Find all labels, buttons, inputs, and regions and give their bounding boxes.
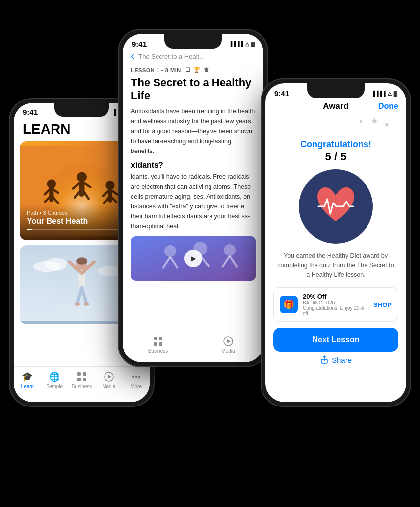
tab-learn[interactable]: 🎓 Learn — [14, 371, 41, 389]
svg-rect-55 — [159, 342, 162, 346]
award-description: You earned the Healthy Diet award by com… — [265, 252, 406, 279]
tab-bar-left: 🎓 Learn 🌐 Sample Business — [14, 366, 150, 402]
more-tab-label: More — [130, 384, 142, 389]
back-button[interactable]: ‹ — [131, 50, 134, 63]
svg-point-14 — [105, 181, 114, 190]
status-icons-center: ▐▐▐▐ △ ▓ — [229, 41, 255, 47]
nav-title: The Secret to a Healt... — [138, 53, 256, 60]
status-icons-right: ▐▐▐▐ △ ▓ — [371, 91, 397, 96]
svg-rect-53 — [159, 337, 162, 340]
svg-point-45 — [224, 244, 236, 256]
media-tab-icon — [103, 371, 115, 383]
wifi-icon-r: △ — [388, 91, 392, 96]
star-1: ★ — [370, 115, 378, 126]
tab-business-center[interactable]: Business — [123, 335, 193, 354]
award-nav: Award Done — [265, 100, 406, 115]
signal-icon-r: ▐▐▐▐ — [371, 91, 385, 96]
business-tab-icon — [76, 371, 88, 383]
star-3: ★ — [358, 118, 364, 125]
promo-box[interactable]: 🎁 20% Off BALANCED20: Congratulations! E… — [273, 287, 398, 322]
article-section-title: xidants? — [131, 161, 256, 170]
media-icon-c — [222, 335, 234, 347]
business-icon-c — [152, 335, 164, 347]
svg-point-31 — [74, 303, 80, 306]
svg-rect-36 — [83, 378, 86, 381]
award-badge — [299, 169, 373, 244]
promo-subtitle: BALANCED20: Congratulations! Enjoy 20% o… — [303, 300, 368, 316]
award-screen: 9:41 ▐▐▐▐ △ ▓ Award Done ★ ★ ★ Congratul… — [265, 83, 406, 402]
bookmark-icon: ☐ — [185, 67, 191, 73]
notch-left — [54, 103, 109, 117]
svg-point-8 — [77, 172, 87, 182]
tab-media-center[interactable]: Media — [193, 335, 263, 354]
svg-point-32 — [84, 303, 89, 306]
badge-svg — [299, 169, 373, 244]
battery-icon-r: ▓ — [394, 91, 397, 96]
svg-rect-34 — [83, 372, 86, 376]
phone-right: 9:41 ▐▐▐▐ △ ▓ Award Done ★ ★ ★ Congratul… — [262, 79, 410, 406]
video-thumbnail[interactable]: ▶ — [131, 236, 256, 281]
next-lesson-button[interactable]: Next Lesson — [273, 328, 398, 352]
svg-rect-33 — [77, 372, 81, 376]
lesson-meta-text: LESSON 1 • 8 MIN — [131, 67, 181, 73]
notch-center — [164, 34, 222, 49]
learn-tab-icon: 🎓 — [21, 371, 33, 383]
svg-rect-52 — [154, 337, 157, 340]
article-body-2: idants, you'll have to radicals. Free ra… — [123, 172, 263, 231]
status-time-left: 9:41 — [23, 108, 38, 116]
media-tab-label: Media — [102, 384, 115, 389]
meta-icons: ☐ 🏆 🗑 — [185, 67, 210, 73]
learn-tab-label: Learn — [21, 384, 34, 389]
media-label-c: Media — [221, 348, 235, 354]
svg-point-22 — [45, 258, 67, 271]
play-circle-icon — [104, 372, 114, 382]
stars-container: ★ ★ ★ — [273, 115, 398, 135]
battery-icon-c: ▓ — [251, 41, 255, 47]
article-body-1: Antioxidants have been trending in the h… — [123, 106, 263, 156]
tab-business[interactable]: Business — [68, 371, 96, 389]
svg-point-39 — [132, 376, 134, 378]
svg-rect-35 — [77, 378, 81, 381]
tab-more[interactable]: More — [122, 371, 150, 389]
wifi-icon-c: △ — [245, 41, 249, 47]
status-time-right: 9:41 — [274, 89, 289, 98]
share-icon — [320, 355, 329, 364]
sample-tab-icon: 🌐 — [49, 371, 60, 383]
svg-point-2 — [47, 179, 56, 188]
play-button[interactable]: ▶ — [184, 250, 202, 267]
svg-point-43 — [164, 245, 176, 257]
more-dots-icon — [131, 372, 141, 382]
signal-icon-c: ▐▐▐▐ — [229, 41, 243, 47]
svg-rect-54 — [154, 342, 157, 346]
award-score: 5 / 5 — [265, 151, 406, 163]
article-title: The Secret to a Healthy Life — [123, 76, 263, 106]
svg-point-25 — [76, 257, 87, 265]
tab-media[interactable]: Media — [95, 371, 122, 389]
share-label: Share — [332, 356, 352, 364]
star-2: ★ — [384, 120, 390, 128]
congrats-text: Congratulations! — [265, 139, 406, 150]
promo-text: 20% Off BALANCED20: Congratulations! Enj… — [303, 293, 368, 316]
article-meta: LESSON 1 • 8 MIN ☐ 🏆 🗑 — [123, 66, 263, 76]
tab-sample[interactable]: 🌐 Sample — [41, 371, 68, 389]
promo-icon: 🎁 — [280, 296, 298, 313]
share-icon-article: 🗑 — [204, 67, 210, 73]
shop-button[interactable]: SHOP — [373, 301, 392, 308]
svg-marker-38 — [108, 375, 111, 379]
business-tab-label: Business — [72, 384, 92, 389]
business-label-c: Business — [148, 348, 168, 354]
sample-tab-label: Sample — [46, 384, 63, 389]
promo-title: 20% Off — [303, 293, 368, 300]
tab-bar-center: Business Media — [123, 331, 263, 362]
article-screen: 9:41 ▐▐▐▐ △ ▓ ‹ The Secret to a Healt...… — [123, 34, 263, 362]
more-tab-icon — [130, 371, 142, 383]
notch-right — [307, 83, 365, 98]
share-container[interactable]: Share — [265, 355, 406, 364]
svg-point-40 — [135, 376, 137, 378]
trophy-icon: 🏆 — [193, 67, 201, 73]
business-grid-icon — [77, 372, 87, 382]
phone-center: 9:41 ▐▐▐▐ △ ▓ ‹ The Secret to a Healt...… — [119, 30, 267, 366]
article-nav: ‹ The Secret to a Healt... — [123, 50, 263, 66]
done-button[interactable]: Done — [378, 102, 398, 111]
status-time-center: 9:41 — [132, 40, 147, 48]
